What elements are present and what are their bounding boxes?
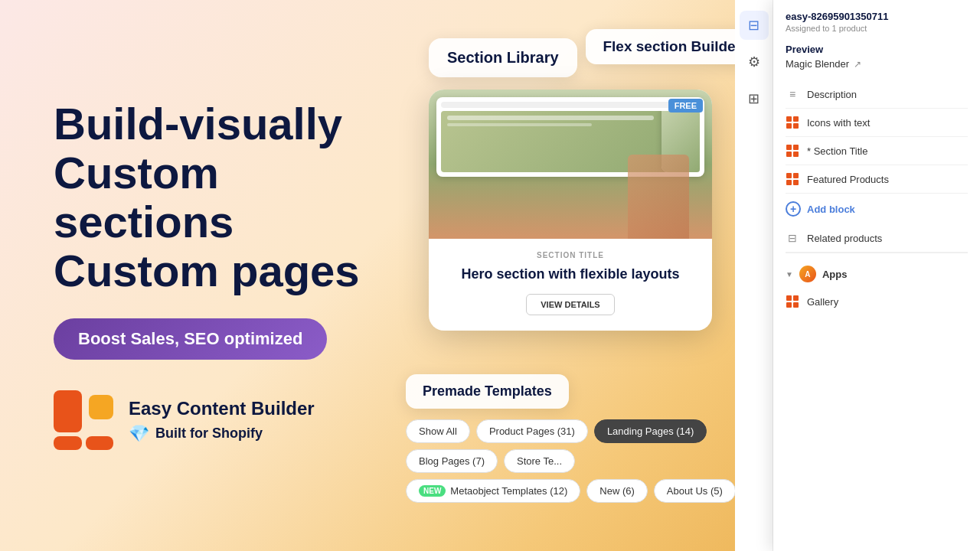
- section-library-card: Section Library: [429, 38, 577, 77]
- related-products-icon: ⊟: [786, 231, 799, 245]
- preview-card-body: SECTION TITLE Hero section with flexible…: [429, 239, 712, 331]
- center-area: Section Library FREE SECTION TITLE: [406, 38, 781, 331]
- icons-text-label: Icons with text: [807, 117, 870, 129]
- filter-row-2: NEW Metaobject Templates (12) New (6) Ab…: [406, 479, 781, 503]
- left-panel: Build-visually Custom sections Custom pa…: [0, 0, 436, 551]
- section-list: ≡ Description Icons with text: [786, 80, 968, 194]
- preview-section: Preview Magic Blender ↗: [786, 44, 968, 70]
- svg-rect-12: [786, 295, 792, 301]
- svg-rect-7: [793, 152, 799, 157]
- svg-rect-9: [793, 173, 799, 178]
- description-icon: ≡: [786, 87, 799, 101]
- heading-line1: Build-visually: [54, 99, 342, 148]
- diamond-icon: 💎: [129, 424, 149, 444]
- svg-rect-3: [793, 123, 799, 129]
- filter-metaobject[interactable]: NEW Metaobject Templates (12): [406, 479, 580, 503]
- filter-show-all[interactable]: Show All: [406, 419, 470, 443]
- gallery-icon: [786, 295, 799, 308]
- heading-line3: Custom pages: [54, 246, 360, 295]
- premade-area: Premade Templates Show All Product Pages…: [406, 374, 781, 509]
- related-products-label: Related products: [807, 233, 882, 244]
- gallery-item[interactable]: Gallery: [786, 289, 968, 315]
- right-panel: easy-82695901350711 Assigned to 1 produc…: [773, 0, 980, 551]
- section-item-featured-products[interactable]: Featured Products: [786, 165, 968, 194]
- preview-product-name: Magic Blender: [786, 58, 849, 70]
- section-item-description[interactable]: ≡ Description: [786, 80, 968, 109]
- preview-section-title: SECTION TITLE: [444, 251, 697, 259]
- brand-logo: [54, 390, 115, 452]
- sidebar-icon-grid[interactable]: ⊞: [740, 84, 769, 113]
- assigned-text: Assigned to 1 product: [786, 24, 968, 33]
- mock-browser-bar: [441, 102, 700, 108]
- new-tag: NEW: [419, 485, 446, 497]
- svg-rect-4: [786, 145, 792, 150]
- filter-product-pages[interactable]: Product Pages (31): [476, 419, 588, 443]
- svg-rect-13: [793, 295, 799, 301]
- product-id: easy-82695901350711: [786, 11, 968, 22]
- svg-rect-10: [786, 180, 792, 185]
- section-title-icon: [786, 144, 799, 158]
- svg-rect-15: [793, 302, 799, 308]
- svg-rect-6: [786, 152, 792, 157]
- icons-text-icon: [786, 116, 799, 129]
- filter-row-1: Show All Product Pages (31) Landing Page…: [406, 419, 781, 473]
- heading-line2: Custom sections: [54, 148, 234, 246]
- main-heading: Build-visually Custom sections Custom pa…: [54, 99, 390, 295]
- shopify-label: Built for Shopify: [155, 425, 263, 442]
- right-content: easy-82695901350711 Assigned to 1 produc…: [773, 0, 980, 551]
- description-label: Description: [807, 89, 857, 100]
- brand-name: Easy Content Builder: [129, 398, 315, 419]
- shopify-badge: 💎 Built for Shopify: [129, 424, 315, 444]
- brand-row: Easy Content Builder 💎 Built for Shopify: [54, 390, 390, 452]
- preview-card-heading: Hero section with flexible layouts: [444, 266, 697, 283]
- section-item-section-title[interactable]: * Section Title: [786, 137, 968, 165]
- svg-rect-8: [786, 173, 792, 178]
- preview-card: FREE SECTION TITLE Hero section with fle…: [429, 90, 712, 331]
- preview-link: Magic Blender ↗: [786, 58, 968, 70]
- filter-landing-pages[interactable]: Landing Pages (14): [594, 419, 707, 443]
- gallery-label: Gallery: [807, 296, 838, 308]
- filter-store[interactable]: Store Te...: [504, 449, 575, 473]
- premade-label: Premade Templates: [406, 374, 569, 409]
- svg-rect-1: [793, 116, 799, 122]
- add-block-plus-icon: +: [786, 201, 801, 217]
- svg-rect-0: [786, 116, 792, 122]
- apps-section: ▼ A Apps Gallery: [786, 253, 968, 315]
- section-title-label: * Section Title: [807, 145, 868, 157]
- filter-about-us[interactable]: About Us (5): [654, 479, 736, 503]
- section-item-related-products[interactable]: ⊟ Related products: [786, 224, 968, 253]
- apps-chevron-icon: ▼: [786, 270, 793, 279]
- apps-header[interactable]: ▼ A Apps: [786, 259, 968, 289]
- free-badge: FREE: [668, 99, 703, 112]
- svg-rect-14: [786, 302, 792, 308]
- app-avatar: A: [799, 266, 816, 282]
- sidebar-icons: ⊟ ⚙ ⊞: [735, 0, 773, 551]
- external-link-icon[interactable]: ↗: [854, 59, 861, 70]
- view-details-button[interactable]: VIEW DETAILS: [526, 294, 614, 315]
- svg-rect-5: [793, 145, 799, 150]
- sidebar-icon-layout[interactable]: ⊟: [740, 11, 769, 40]
- add-block-row[interactable]: + Add block: [786, 194, 968, 224]
- featured-products-label: Featured Products: [807, 174, 889, 185]
- add-block-label: Add block: [807, 204, 855, 215]
- brand-text-col: Easy Content Builder 💎 Built for Shopify: [129, 398, 315, 444]
- sidebar-icon-settings[interactable]: ⚙: [740, 47, 769, 77]
- apps-label: Apps: [822, 269, 848, 280]
- pill-button[interactable]: Boost Sales, SEO optimized: [54, 318, 327, 360]
- svg-rect-2: [786, 123, 792, 129]
- preview-label: Preview: [786, 44, 968, 55]
- filter-new[interactable]: New (6): [586, 479, 648, 503]
- filter-metaobject-label: Metaobject Templates (12): [450, 485, 567, 497]
- filter-blog-pages[interactable]: Blog Pages (7): [406, 449, 498, 473]
- featured-products-icon: [786, 172, 799, 186]
- svg-rect-11: [793, 180, 799, 185]
- section-item-icons-text[interactable]: Icons with text: [786, 109, 968, 137]
